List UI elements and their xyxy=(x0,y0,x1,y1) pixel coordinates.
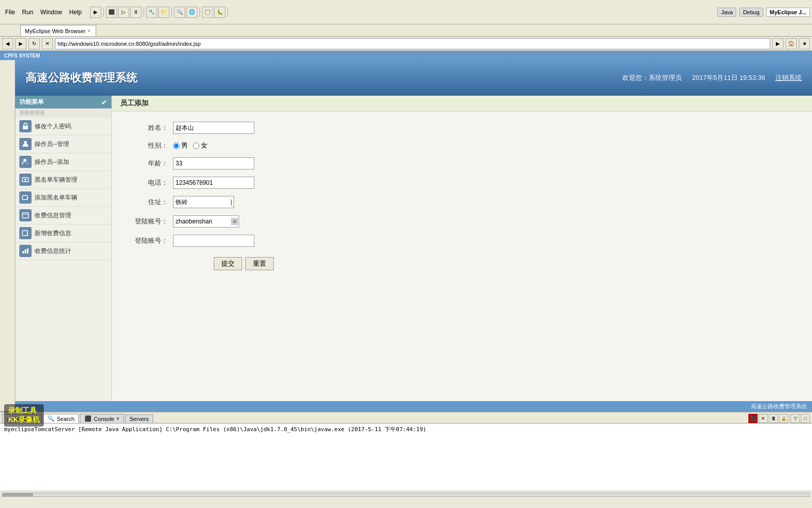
close-console-btn[interactable]: ✕ xyxy=(759,414,768,423)
form-row-gender: 性别： 男 女 xyxy=(132,141,792,150)
sidebar-item-blacklist-manage[interactable]: 黑名单车辆管理 xyxy=(15,171,111,189)
svg-rect-14 xyxy=(27,248,28,253)
address-label: 住址： xyxy=(132,197,173,207)
sidebar-item-label: 收费信息管理 xyxy=(35,211,71,220)
toolbar-btn-10[interactable]: 🐛 xyxy=(214,7,225,18)
login-account-input[interactable] xyxy=(173,215,239,228)
console-close-btn[interactable]: × xyxy=(117,416,120,421)
age-label: 年龄： xyxy=(132,159,173,168)
form-row-age: 年龄： xyxy=(132,157,792,170)
toolbar-btn-9[interactable]: 📋 xyxy=(202,7,213,18)
name-label: 姓名： xyxy=(132,123,173,132)
menu-help[interactable]: Help xyxy=(66,8,85,17)
maximize-btn[interactable]: □ xyxy=(801,414,810,423)
sidebar-header: 功能菜单 ✔ xyxy=(15,96,111,108)
bookmark-btn[interactable]: ★ xyxy=(799,38,810,49)
login-password-input[interactable] xyxy=(173,235,254,247)
ide-menubar: File Run Window Help ▶ ⬛ ▷ ⏸ 🔧 📁 🔍 🌐 📋 🐛… xyxy=(0,0,812,24)
sidebar-item-fee-stats[interactable]: 收费信息统计 xyxy=(15,242,111,260)
address-input[interactable] xyxy=(173,196,234,208)
sidebar-sub: 系统管理员 xyxy=(15,108,111,118)
app-title: 高速公路收费管理系统 xyxy=(25,70,137,86)
menu-run[interactable]: Run xyxy=(19,8,36,17)
phone-label: 电话： xyxy=(132,178,173,187)
logout-btn[interactable]: 注销系统 xyxy=(775,73,802,82)
toolbar-btn-2[interactable]: ⬛ xyxy=(106,7,117,18)
refresh-btn[interactable]: ↻ xyxy=(28,38,40,49)
reset-btn[interactable]: 重置 xyxy=(245,257,274,270)
search-icon: 🔍 xyxy=(47,415,54,422)
name-input[interactable] xyxy=(173,122,254,134)
perspective-debug[interactable]: Debug xyxy=(739,8,763,17)
gender-male-option[interactable]: 男 xyxy=(173,141,188,150)
status-right-text: 高速公路收费管理系统 xyxy=(751,403,807,410)
back-btn[interactable]: ◀ xyxy=(2,38,13,49)
sidebar-item-fee-manage[interactable]: 收费信息管理 xyxy=(15,207,111,224)
browser-status-bar: 高速公路收费管理系统 xyxy=(15,401,812,411)
ide-bottom-panel: ⚠ Problems 🔍 Search ⬛ Console × Servers … xyxy=(0,411,812,498)
gender-male-radio[interactable] xyxy=(173,143,180,149)
tab-close-btn[interactable]: × xyxy=(88,28,91,34)
perspective-myeclipse[interactable]: MyEclipse J... xyxy=(766,8,810,17)
stop-btn[interactable]: ✕ xyxy=(42,38,53,49)
svg-text:+: + xyxy=(26,162,28,165)
fee-manage-icon xyxy=(19,209,32,221)
bottom-tab-bar: ⚠ Problems 🔍 Search ⬛ Console × Servers … xyxy=(0,412,812,424)
svg-rect-8 xyxy=(22,213,28,218)
operator-add-icon: + xyxy=(19,156,32,168)
home-btn[interactable]: 🏠 xyxy=(786,38,797,49)
gender-radio-group: 男 女 xyxy=(173,141,208,150)
sidebar-item-change-password[interactable]: 修改个人密码 xyxy=(15,118,111,135)
toolbar-btn-1[interactable]: ▶ xyxy=(90,7,101,18)
go-btn[interactable]: ▶ xyxy=(772,38,784,49)
add-fee-icon: + xyxy=(19,227,32,239)
scroll-lock-btn[interactable]: 🔒 xyxy=(779,414,788,423)
toolbar-btn-7[interactable]: 🔍 xyxy=(174,7,185,18)
submit-btn[interactable]: 提交 xyxy=(214,257,242,270)
bottom-tab-servers[interactable]: Servers xyxy=(125,414,154,423)
phone-input[interactable] xyxy=(173,177,254,189)
toolbar-btn-8[interactable]: 🌐 xyxy=(186,7,197,18)
toolbar-btn-3[interactable]: ▷ xyxy=(118,7,129,18)
sidebar-toggle[interactable]: ✔ xyxy=(101,98,107,106)
gender-female-radio[interactable] xyxy=(193,143,199,149)
sidebar-item-add-fee[interactable]: + 新增收费信息 xyxy=(15,224,111,242)
left-edge-panel xyxy=(0,60,15,411)
bottom-tab-console-label: Console xyxy=(94,416,114,422)
svg-rect-13 xyxy=(25,249,26,253)
svg-rect-12 xyxy=(22,251,24,253)
scroll-track[interactable] xyxy=(2,493,810,497)
login-account-clear-btn[interactable]: ✕ xyxy=(231,218,238,225)
page-title: 员工添加 xyxy=(112,96,812,111)
perspective-java[interactable]: Java xyxy=(717,8,736,17)
menu-window[interactable]: Window xyxy=(37,8,65,17)
clear-console-btn[interactable]: 🗑 xyxy=(769,414,778,423)
address-input[interactable] xyxy=(55,38,770,49)
toolbar-btn-4[interactable]: ⏸ xyxy=(130,7,141,18)
scroll-thumb[interactable] xyxy=(3,493,33,496)
age-input[interactable] xyxy=(173,157,254,170)
datetime-text: 2017年5月11日 19:53:36 xyxy=(692,73,765,82)
bottom-tab-search[interactable]: 🔍 Search xyxy=(43,414,79,423)
gender-female-option[interactable]: 女 xyxy=(193,141,208,150)
sidebar-item-operator-manage[interactable]: 操作员--管理 xyxy=(15,135,111,153)
bottom-tab-problems[interactable]: ⚠ Problems xyxy=(2,414,42,423)
gender-label: 性别： xyxy=(132,141,173,150)
toolbar-btn-5[interactable]: 🔧 xyxy=(146,7,157,18)
browser-tab-bar: MyEclipse Web Browser × xyxy=(0,24,812,37)
sidebar-item-add-blacklist[interactable]: + 添加黑名单车辆 xyxy=(15,189,111,207)
scroll-bar[interactable] xyxy=(0,491,812,498)
toolbar-btn-6[interactable]: 📁 xyxy=(158,7,169,18)
minimize-btn[interactable]: ▽ xyxy=(791,414,800,423)
browser-tab[interactable]: MyEclipse Web Browser × xyxy=(20,25,96,36)
forward-btn[interactable]: ▶ xyxy=(15,38,26,49)
form-row-address: 住址： | xyxy=(132,196,792,208)
stop-server-btn[interactable]: ⬛ xyxy=(748,414,758,423)
sidebar-item-operator-add[interactable]: + 操作员--添加 xyxy=(15,153,111,171)
tab-label: MyEclipse Web Browser xyxy=(25,28,85,34)
bottom-tab-console[interactable]: ⬛ Console × xyxy=(80,414,124,423)
bottom-toolbar-right: ⬛ ✕ 🗑 🔒 ▽ □ xyxy=(154,414,812,423)
menu-file[interactable]: File xyxy=(2,8,18,17)
address-bar: ◀ ▶ ↻ ✕ ▶ 🏠 ★ xyxy=(0,37,812,51)
operator-manage-icon xyxy=(19,138,32,150)
